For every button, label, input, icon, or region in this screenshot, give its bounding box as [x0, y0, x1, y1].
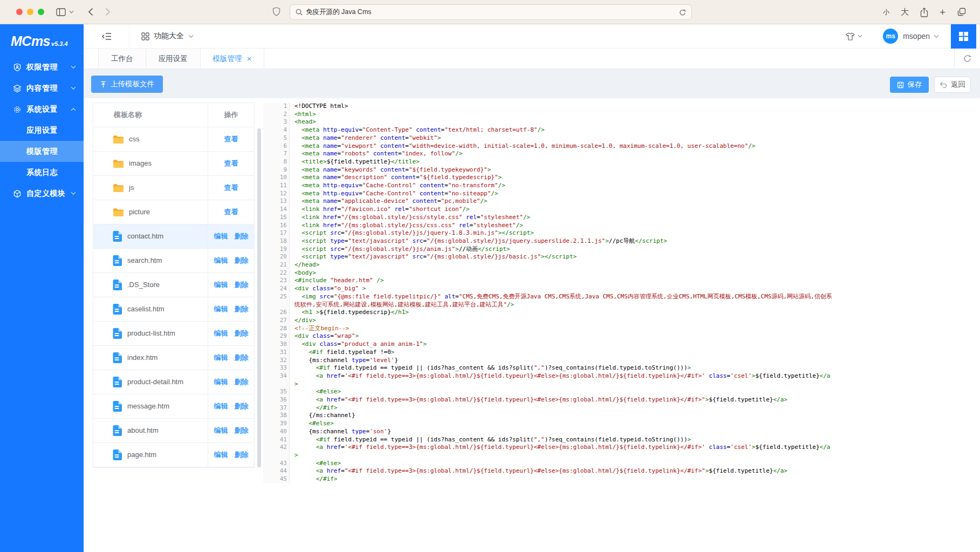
table-row[interactable]: product-list.htm 编辑删除 — [93, 322, 254, 346]
delete-link[interactable]: 删除 — [235, 329, 249, 338]
traffic-lights — [16, 9, 44, 15]
upload-template-button[interactable]: 上传模板文件 — [91, 76, 163, 93]
table-row[interactable]: css 查看 — [93, 127, 254, 152]
browser-sidebar-toggle-icon[interactable] — [56, 8, 66, 16]
refresh-tab-icon[interactable] — [954, 49, 980, 69]
save-button[interactable]: 保存 — [890, 77, 929, 93]
back-button[interactable] — [88, 8, 93, 16]
apps-grid-button[interactable] — [951, 24, 976, 49]
back-action-button[interactable]: 返回 — [934, 77, 971, 93]
chevron-down-icon[interactable] — [934, 35, 939, 38]
delete-link[interactable]: 删除 — [235, 304, 249, 314]
zoom-window-button[interactable] — [38, 9, 44, 15]
username[interactable]: msopen — [903, 32, 930, 40]
view-link[interactable]: 查看 — [224, 134, 238, 144]
table-row[interactable]: .DS_Store 编辑删除 — [93, 273, 254, 297]
file-table-body: css 查看 images 查看 js 查看 — [93, 127, 254, 467]
close-tab-icon[interactable]: × — [247, 54, 252, 63]
tab-workbench[interactable]: 工作台 — [98, 49, 146, 69]
edit-link[interactable]: 编辑 — [214, 377, 228, 387]
collapse-sidebar-icon[interactable] — [101, 32, 112, 40]
user-avatar[interactable]: ms — [883, 29, 898, 44]
grid-icon — [141, 32, 149, 40]
sidebar-item-content[interactable]: 内容管理 — [0, 78, 84, 99]
line-number: 6 — [283, 142, 287, 151]
line-number: 1 — [283, 103, 287, 111]
delete-link[interactable]: 删除 — [235, 426, 249, 435]
table-row[interactable]: index.htm 编辑删除 — [93, 346, 254, 370]
tab-app-settings[interactable]: 应用设置 — [146, 49, 201, 69]
table-row[interactable]: message.htm 编辑删除 — [93, 394, 254, 419]
line-number: 16 — [280, 222, 287, 230]
edit-link[interactable]: 编辑 — [214, 353, 228, 363]
line-number: 28 — [280, 325, 287, 333]
delete-link[interactable]: 删除 — [235, 450, 249, 460]
code-line: 44 <a href="<#if field.type==3>{ms:globa… — [294, 467, 833, 475]
table-row[interactable]: js 查看 — [93, 176, 254, 200]
delete-link[interactable]: 删除 — [235, 401, 249, 411]
chevron-down-icon[interactable] — [69, 10, 74, 13]
line-number: 37 — [280, 404, 287, 412]
file-name: index.htm — [127, 352, 191, 363]
text-smaller-button[interactable]: 小 — [883, 8, 889, 17]
table-row[interactable]: images 查看 — [93, 152, 254, 176]
text-larger-button[interactable]: 大 — [901, 7, 909, 17]
table-row[interactable]: picture 查看 — [93, 200, 254, 224]
sidebar-item-custom-modules[interactable]: 自定义模块 — [0, 183, 84, 204]
edit-link[interactable]: 编辑 — [214, 401, 228, 411]
line-number: 9 — [283, 166, 287, 174]
close-window-button[interactable] — [16, 9, 23, 15]
file-name: page.htm — [127, 449, 191, 460]
edit-link[interactable]: 编辑 — [214, 329, 228, 338]
reload-icon[interactable] — [679, 9, 686, 16]
sidebar-subitem-template-management[interactable]: 模版管理 — [0, 141, 84, 162]
sidebar-item-permissions[interactable]: 权限管理 — [0, 57, 84, 78]
delete-link[interactable]: 删除 — [235, 280, 249, 290]
edit-link[interactable]: 编辑 — [214, 231, 228, 241]
row-actions: 编辑删除 — [208, 346, 254, 370]
line-number: 36 — [280, 396, 287, 404]
sidebar-item-system-settings[interactable]: 系统设置 — [0, 99, 84, 120]
minimize-window-button[interactable] — [27, 9, 33, 15]
table-row[interactable]: product-detail.htm 编辑删除 — [93, 370, 254, 394]
tab-template-management[interactable]: 模版管理 × — [201, 49, 265, 69]
tabs-overview-icon[interactable] — [957, 8, 966, 17]
folder-icon — [113, 183, 124, 193]
table-row[interactable]: contact.htm 编辑删除 — [93, 224, 254, 249]
view-link[interactable]: 查看 — [224, 159, 238, 168]
share-icon[interactable] — [920, 8, 928, 17]
tshirt-icon — [846, 32, 855, 40]
line-number: 12 — [280, 190, 287, 198]
sidebar-subitem-app-settings[interactable]: 应用设置 — [0, 120, 84, 141]
chevron-down-icon — [188, 35, 194, 38]
address-bar[interactable]: 免疫开源的 Java Cms — [290, 4, 692, 20]
table-row[interactable]: page.htm 编辑删除 — [93, 443, 254, 467]
edit-link[interactable]: 编辑 — [214, 426, 228, 435]
sidebar-subitem-system-log[interactable]: 系统日志 — [0, 162, 84, 183]
delete-link[interactable]: 删除 — [235, 377, 249, 387]
function-menu[interactable]: 功能大全 — [141, 31, 194, 41]
code-line: 31 <#if field.typeleaf !=0> — [294, 349, 833, 357]
delete-link[interactable]: 删除 — [235, 353, 249, 363]
edit-link[interactable]: 编辑 — [214, 304, 228, 314]
code-line: 7 <meta name="robots" content="index, fo… — [294, 150, 833, 158]
forward-button[interactable] — [105, 8, 111, 16]
table-scrollbar[interactable] — [257, 128, 261, 467]
privacy-shield-icon[interactable] — [272, 7, 280, 17]
edit-link[interactable]: 编辑 — [214, 280, 228, 290]
line-number: 30 — [280, 340, 287, 349]
table-row[interactable]: about.htm 编辑删除 — [93, 419, 254, 443]
theme-button[interactable] — [846, 32, 862, 40]
delete-link[interactable]: 删除 — [235, 231, 249, 241]
delete-link[interactable]: 删除 — [235, 256, 249, 265]
edit-link[interactable]: 编辑 — [214, 256, 228, 265]
code-editor[interactable]: 1<!DOCTYPE html>2<html>3<head>4 <meta ht… — [263, 103, 833, 483]
code-line: 15 <link href="/{ms:global.style/}css/st… — [294, 214, 833, 222]
table-row[interactable]: search.htm 编辑删除 — [93, 249, 254, 273]
code-line: 13 <meta name="applicable-device" conten… — [294, 197, 833, 206]
edit-link[interactable]: 编辑 — [214, 450, 228, 460]
view-link[interactable]: 查看 — [224, 207, 238, 217]
view-link[interactable]: 查看 — [224, 183, 238, 193]
new-tab-button[interactable]: + — [940, 6, 945, 18]
table-row[interactable]: caselist.htm 编辑删除 — [93, 297, 254, 322]
